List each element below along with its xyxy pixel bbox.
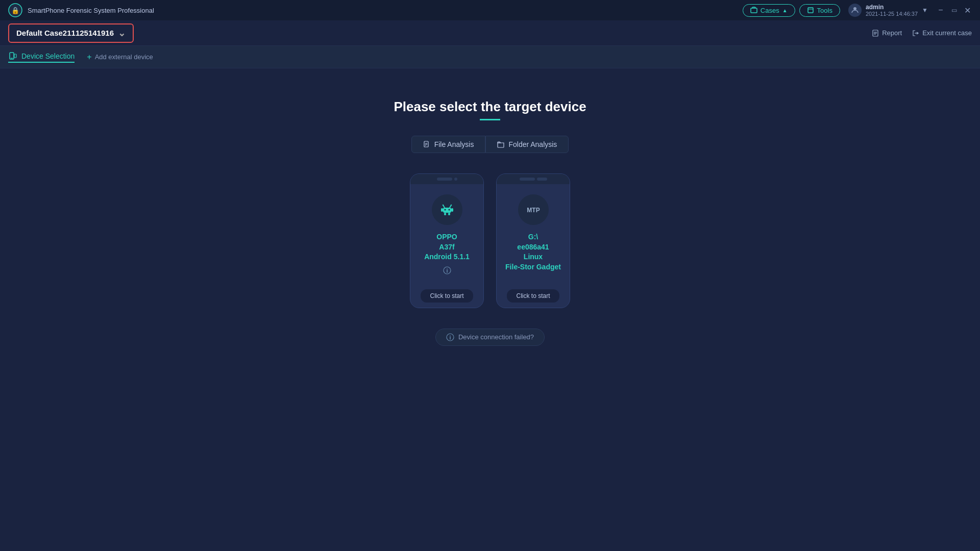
user-avatar (848, 4, 862, 17)
android-click-to-start-button[interactable]: Click to start (421, 289, 473, 303)
app-logo-icon: 🔒 (8, 3, 22, 17)
title-bar-right: Cases ▲ Tools admin 2021-11-25 14:46:37 … (743, 4, 972, 17)
connection-failed-button[interactable]: Device connection failed? (435, 329, 545, 346)
tools-icon (807, 7, 814, 14)
main-content: Please select the target device File Ana… (0, 68, 980, 346)
window-controls: − ▭ ✕ (936, 6, 972, 15)
file-analysis-icon (423, 141, 430, 148)
nav-tabs: Device Selection + Add external device (0, 46, 980, 68)
android-device-name: OPPO A37f Android 5.1.1 (424, 232, 470, 262)
heading-underline (480, 119, 500, 120)
svg-point-24 (442, 205, 443, 206)
svg-point-32 (447, 268, 448, 269)
add-external-device-button[interactable]: + Add external device (87, 53, 153, 62)
user-info: admin 2021-11-25 14:46:37 (866, 4, 918, 17)
exit-icon (912, 30, 919, 37)
page-heading: Please select the target device (394, 99, 586, 115)
cases-button[interactable]: Cases ▲ (743, 4, 795, 17)
android-icon-container (432, 194, 462, 225)
mtp-icon: MTP (523, 199, 544, 220)
restore-button[interactable]: ▭ (949, 6, 959, 15)
svg-point-21 (448, 209, 450, 211)
info-circle-icon (446, 333, 454, 341)
app-title: SmartPhone Forensic System Professional (28, 7, 154, 14)
svg-rect-27 (451, 208, 453, 212)
svg-rect-26 (441, 208, 443, 212)
file-analysis-tab[interactable]: File Analysis (411, 136, 486, 153)
mtp-icon-container: MTP (518, 194, 549, 225)
card-notch-mtp2 (537, 178, 547, 181)
card-dot (454, 178, 457, 181)
close-button[interactable]: ✕ (963, 6, 972, 15)
case-bar-right: Report Exit current case (872, 29, 972, 37)
svg-rect-2 (751, 8, 757, 13)
card-notch-mtp (520, 178, 535, 181)
folder-analysis-icon (497, 141, 504, 148)
folder-analysis-tab[interactable]: Folder Analysis (485, 136, 569, 153)
report-icon (872, 30, 879, 37)
minimize-button[interactable]: − (936, 6, 945, 15)
title-buttons: Cases ▲ Tools (743, 4, 840, 17)
user-area: admin 2021-11-25 14:46:37 ▼ (848, 4, 928, 17)
mtp-card-bottom: Click to start (497, 284, 570, 308)
mtp-click-to-start-button[interactable]: Click to start (507, 289, 559, 303)
device-cards: OPPO A37f Android 5.1.1 Click to start (410, 173, 570, 308)
device-card-android[interactable]: OPPO A37f Android 5.1.1 Click to start (410, 173, 484, 308)
svg-rect-13 (14, 54, 16, 58)
android-card-body: OPPO A37f Android 5.1.1 (418, 184, 476, 284)
device-selection-icon (8, 52, 17, 61)
case-bar: Default Case211125141916 ⌄ Report Exit c… (0, 20, 980, 46)
report-button[interactable]: Report (872, 29, 902, 37)
svg-point-5 (853, 7, 856, 10)
card-notch (437, 178, 452, 181)
card-top-bar-mtp (497, 174, 570, 184)
title-bar: 🔒 SmartPhone Forensic System Professiona… (0, 0, 980, 20)
android-robot-icon (437, 199, 457, 220)
svg-text:🔒: 🔒 (11, 6, 20, 15)
svg-point-37 (450, 335, 451, 336)
user-dropdown-icon: ▼ (922, 7, 928, 14)
tab-device-selection[interactable]: Device Selection (8, 52, 75, 63)
device-card-mtp[interactable]: MTP G:\ ee086a41 Linux File-Stor Gadget … (496, 173, 570, 308)
card-top-bar-android (410, 174, 483, 184)
svg-rect-28 (444, 213, 446, 215)
svg-point-20 (444, 209, 446, 211)
analysis-tabs: File Analysis Folder Analysis (411, 136, 569, 153)
android-info-icon (443, 266, 451, 276)
mtp-device-name: G:\ ee086a41 Linux File-Stor Gadget (505, 232, 561, 272)
exit-case-button[interactable]: Exit current case (912, 29, 972, 37)
svg-text:MTP: MTP (527, 207, 540, 214)
title-bar-left: 🔒 SmartPhone Forensic System Professiona… (8, 3, 154, 17)
svg-point-25 (450, 205, 451, 206)
android-card-bottom: Click to start (410, 284, 483, 308)
cases-icon (750, 7, 757, 14)
svg-rect-3 (808, 8, 813, 13)
case-dropdown-button[interactable]: Default Case211125141916 ⌄ (8, 23, 134, 43)
mtp-card-body: MTP G:\ ee086a41 Linux File-Stor Gadget (499, 184, 567, 284)
svg-rect-29 (448, 213, 450, 215)
svg-rect-19 (443, 208, 451, 213)
tools-button[interactable]: Tools (799, 4, 840, 17)
